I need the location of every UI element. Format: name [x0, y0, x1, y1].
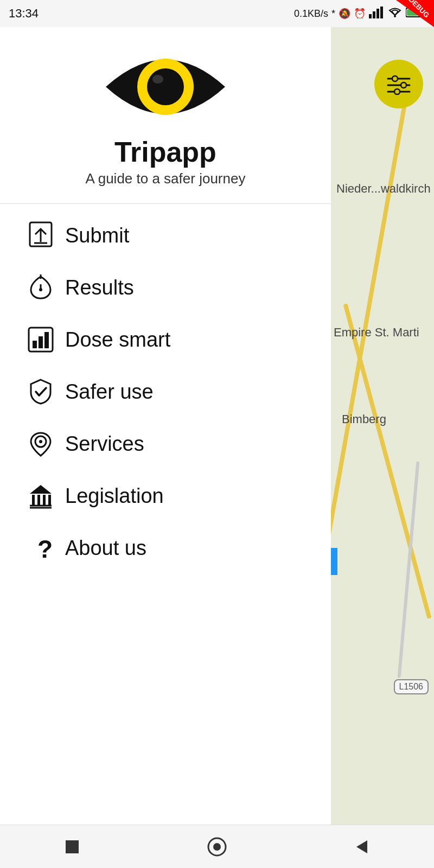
svg-rect-27	[43, 495, 46, 506]
services-icon	[22, 430, 60, 458]
menu-item-results[interactable]: Results	[0, 261, 331, 314]
dose-smart-icon	[22, 326, 60, 354]
bluetooth-icon: *	[331, 8, 335, 20]
menu-item-safer-use[interactable]: Safer use	[0, 366, 331, 418]
signal-icon	[369, 7, 384, 21]
main-container: Tripapp A guide to a safer journey Submi…	[0, 27, 434, 868]
menu-list: Submit Results	[0, 204, 331, 868]
svg-point-10	[152, 75, 163, 84]
svg-marker-29	[30, 485, 52, 494]
svg-rect-18	[33, 341, 37, 348]
svg-rect-20	[44, 332, 49, 348]
about-us-label: About us	[65, 537, 146, 560]
svg-point-16	[39, 288, 42, 291]
safer-use-icon	[22, 378, 60, 406]
svg-rect-25	[32, 495, 35, 506]
svg-point-39	[213, 843, 221, 851]
nav-stop-button[interactable]	[61, 836, 83, 858]
alarm-icon: ⏰	[354, 8, 366, 20]
svg-point-4	[394, 15, 396, 17]
menu-item-services[interactable]: Services	[0, 418, 331, 470]
svg-text:?: ?	[37, 535, 53, 562]
svg-rect-2	[376, 9, 379, 18]
nav-back-button[interactable]	[351, 836, 373, 858]
app-title: Tripapp	[114, 136, 216, 168]
map-label-niederwaldkirch: Nieder...waldkirch	[336, 182, 431, 196]
results-icon	[22, 273, 60, 302]
status-icons: 0.1KB/s * 🔕 ⏰	[294, 7, 425, 21]
submit-icon	[22, 221, 60, 250]
wifi-icon	[387, 7, 403, 21]
drawer: Tripapp A guide to a safer journey Submi…	[0, 27, 331, 868]
logo-area: Tripapp A guide to a safer journey	[0, 27, 331, 198]
svg-rect-1	[373, 11, 375, 18]
about-us-icon: ?	[22, 534, 60, 562]
svg-marker-40	[356, 840, 367, 853]
svg-point-35	[401, 82, 406, 88]
map-road-sign: L1506	[394, 679, 429, 694]
menu-item-submit[interactable]: Submit	[0, 209, 331, 261]
svg-point-9	[147, 68, 184, 105]
mute-icon: 🔕	[339, 8, 350, 20]
svg-rect-3	[380, 7, 383, 18]
svg-rect-26	[37, 495, 40, 506]
dose-smart-label: Dose smart	[65, 328, 170, 352]
results-label: Results	[65, 276, 134, 299]
svg-rect-37	[66, 840, 79, 853]
submit-label: Submit	[65, 224, 129, 247]
svg-rect-0	[369, 14, 372, 18]
svg-point-22	[39, 440, 42, 443]
app-subtitle: A guide to a safer journey	[86, 170, 246, 187]
menu-item-dose-smart[interactable]: Dose smart	[0, 314, 331, 366]
svg-rect-19	[39, 336, 43, 348]
status-time: 13:34	[9, 7, 39, 21]
status-bar: 13:34 0.1KB/s * 🔕 ⏰ DEBUG	[0, 0, 434, 27]
map-label-bimberg: Bimberg	[342, 412, 386, 426]
svg-point-34	[392, 76, 398, 81]
services-label: Services	[65, 432, 144, 456]
legislation-icon	[22, 482, 60, 510]
map-content: Nieder...waldkirch Empire St. Marti Bimb…	[331, 27, 434, 868]
map-area: Nieder...waldkirch Empire St. Marti Bimb…	[331, 27, 434, 868]
safer-use-label: Safer use	[65, 380, 154, 404]
menu-item-legislation[interactable]: Legislation	[0, 470, 331, 522]
svg-rect-28	[48, 495, 51, 506]
map-filter-button[interactable]	[374, 60, 423, 108]
map-label-empire: Empire St. Marti	[334, 326, 419, 340]
nav-home-button[interactable]	[206, 836, 228, 858]
app-logo	[95, 43, 236, 130]
svg-point-36	[394, 89, 400, 94]
menu-item-about-us[interactable]: ? About us	[0, 522, 331, 574]
bottom-nav	[0, 825, 434, 868]
network-speed: 0.1KB/s	[294, 8, 328, 20]
legislation-label: Legislation	[65, 484, 164, 508]
map-blue-marker	[331, 548, 337, 575]
